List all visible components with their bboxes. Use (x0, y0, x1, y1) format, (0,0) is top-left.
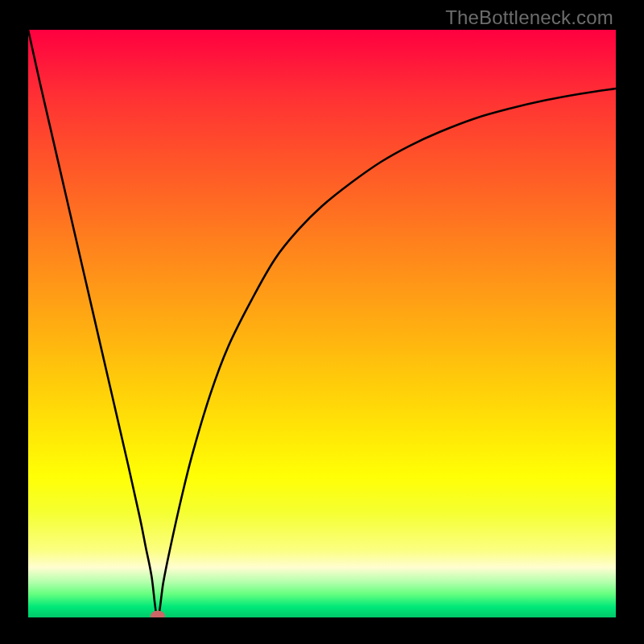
chart-frame: TheBottleneck.com (0, 0, 644, 644)
plot-area (28, 30, 616, 617)
curve-svg (28, 30, 616, 617)
bottleneck-curve (28, 30, 616, 617)
watermark-text: TheBottleneck.com (445, 6, 613, 29)
minimum-marker (151, 611, 165, 618)
